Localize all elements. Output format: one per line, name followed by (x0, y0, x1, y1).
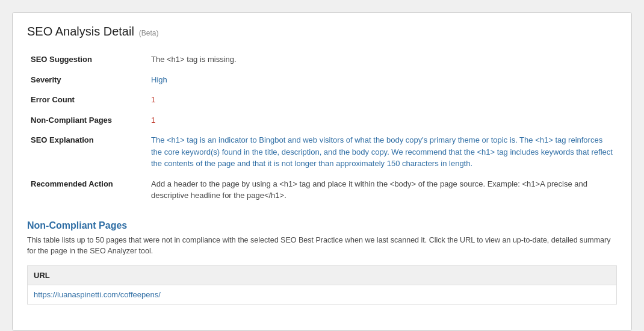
recommended-action-label: Recommended Action (27, 174, 147, 206)
url-table-header-row: URL (28, 266, 617, 285)
beta-badge: (Beta) (139, 29, 159, 37)
severity-value: High (147, 70, 617, 90)
error-count-value: 1 (147, 90, 617, 110)
error-count-value-text: 1 (151, 95, 155, 104)
recommended-action-value: Add a header to the page by using a <h1>… (147, 174, 617, 206)
seo-explanation-row: SEO Explanation The <h1> tag is an indic… (27, 130, 617, 174)
non-compliant-pages-value: 1 (147, 110, 617, 131)
seo-explanation-label: SEO Explanation (27, 130, 147, 174)
non-compliant-section: Non-Compliant Pages This table lists up … (27, 220, 617, 305)
page-title: SEO Analysis Detail (Beta) (27, 25, 617, 39)
severity-row: Severity High (27, 70, 617, 90)
non-compliant-section-title: Non-Compliant Pages (27, 220, 617, 231)
error-count-row: Error Count 1 (27, 90, 617, 110)
non-compliant-pages-row: Non-Compliant Pages 1 (27, 110, 617, 131)
title-text: SEO Analysis Detail (27, 25, 134, 39)
url-column-header: URL (28, 266, 617, 285)
severity-label: Severity (27, 70, 147, 90)
seo-suggestion-label: SEO Suggestion (27, 49, 147, 70)
seo-suggestion-row: SEO Suggestion The <h1> tag is missing. (27, 49, 617, 70)
seo-suggestion-value: The <h1> tag is missing. (147, 49, 617, 70)
severity-value-text: High (151, 75, 167, 84)
non-compliant-pages-value-text: 1 (151, 116, 155, 125)
non-compliant-section-desc: This table lists up to 50 pages that wer… (27, 235, 617, 258)
recommended-action-row: Recommended Action Add a header to the p… (27, 174, 617, 206)
detail-table: SEO Suggestion The <h1> tag is missing. … (27, 49, 617, 206)
url-table-row: https://luanaspinetti.com/coffeepens/ (28, 285, 617, 305)
error-count-label: Error Count (27, 90, 147, 110)
non-compliant-pages-label: Non-Compliant Pages (27, 110, 147, 131)
url-link[interactable]: https://luanaspinetti.com/coffeepens/ (34, 290, 161, 299)
main-container: SEO Analysis Detail (Beta) SEO Suggestio… (12, 12, 632, 331)
url-table: URL https://luanaspinetti.com/coffeepens… (27, 265, 617, 305)
seo-explanation-value: The <h1> tag is an indicator to Bingbot … (147, 130, 617, 174)
seo-explanation-text: The <h1> tag is an indicator to Bingbot … (151, 135, 613, 168)
